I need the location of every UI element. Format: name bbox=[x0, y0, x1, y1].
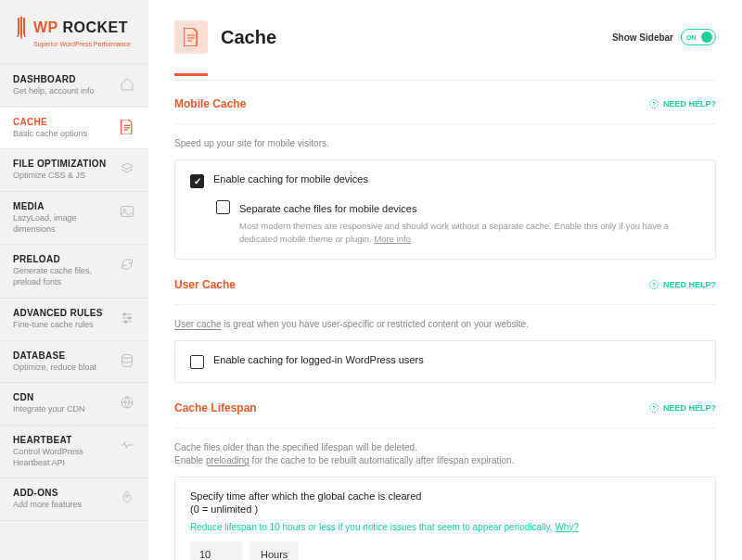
why-link[interactable]: Why? bbox=[555, 522, 579, 532]
nav-sub: Get help, account info bbox=[13, 86, 115, 97]
nav-sub: Add more features bbox=[13, 500, 115, 511]
user-cache-link[interactable]: User cache bbox=[174, 319, 222, 329]
page-icon bbox=[174, 20, 208, 54]
globe-icon bbox=[119, 394, 135, 411]
brand-rocket: ROCKET bbox=[62, 19, 128, 35]
more-info-link[interactable]: More info bbox=[374, 234, 411, 244]
nav-item-database[interactable]: DATABASEOptimize, reduce bloat bbox=[0, 341, 148, 384]
need-help-label: NEED HELP? bbox=[663, 280, 716, 289]
nav-item-cdn[interactable]: CDNIntegrate your CDN bbox=[0, 383, 148, 426]
help-icon: ? bbox=[648, 279, 659, 290]
sliders-icon bbox=[119, 310, 135, 326]
database-icon bbox=[119, 352, 135, 369]
nav-title: HEARTBEAT bbox=[13, 435, 115, 445]
user-cache-card: Enable caching for logged-in WordPress u… bbox=[174, 340, 716, 383]
show-sidebar-toggle[interactable]: ON bbox=[681, 29, 716, 45]
need-help-link[interactable]: ? NEED HELP? bbox=[648, 98, 716, 109]
nav-item-add-ons[interactable]: ADD-ONSAdd more features bbox=[0, 478, 148, 521]
nav-item-preload[interactable]: PRELOADGenerate cache files, preload fon… bbox=[0, 245, 148, 298]
nav-sub: Optimize, reduce bloat bbox=[13, 363, 115, 374]
svg-text:?: ? bbox=[652, 282, 656, 287]
sidebar: WP ROCKET Superior WordPress Performance… bbox=[0, 0, 148, 560]
nav-sub: Generate cache files, preload fonts bbox=[13, 266, 115, 287]
enable-mobile-cache-checkbox[interactable] bbox=[190, 174, 204, 188]
nav-title: MEDIA bbox=[13, 201, 115, 211]
heartbeat-icon bbox=[119, 437, 135, 453]
user-cache-title: User Cache bbox=[174, 278, 648, 291]
lifespan-desc: Cache files older than the specified lif… bbox=[174, 441, 716, 467]
section-user-cache: User Cache ? NEED HELP? User cache is gr… bbox=[174, 278, 716, 383]
image-icon bbox=[119, 203, 135, 220]
brand-logo: WP ROCKET Superior WordPress Performance bbox=[0, 0, 148, 55]
mobile-cache-title: Mobile Cache bbox=[174, 97, 648, 110]
toggle-knob bbox=[701, 32, 712, 43]
nav-title: ADD-ONS bbox=[13, 488, 115, 498]
svg-rect-0 bbox=[121, 207, 133, 217]
file-icon bbox=[119, 119, 135, 135]
nav-sub: Integrate your CDN bbox=[13, 404, 115, 415]
lifespan-value-input[interactable] bbox=[190, 541, 242, 560]
nav-item-media[interactable]: MEDIALazyLoad, image dimensions bbox=[0, 192, 148, 245]
mobile-cache-card: Enable caching for mobile devices Separa… bbox=[174, 159, 716, 260]
svg-point-2 bbox=[123, 312, 126, 315]
rocket-icon bbox=[13, 17, 30, 39]
svg-point-4 bbox=[124, 320, 127, 323]
active-tab-indicator bbox=[174, 73, 208, 76]
nav-title: PRELOAD bbox=[13, 254, 115, 264]
cache-lifespan-title: Cache Lifespan bbox=[174, 401, 648, 414]
lifespan-card-title: Specify time after which the global cach… bbox=[190, 490, 700, 502]
file-icon bbox=[184, 28, 198, 46]
nav-item-cache[interactable]: CACHEBasic cache options bbox=[0, 108, 148, 150]
need-help-link[interactable]: ? NEED HELP? bbox=[648, 402, 716, 414]
enable-user-cache-label: Enable caching for logged-in WordPress u… bbox=[213, 354, 424, 365]
svg-point-5 bbox=[122, 354, 133, 358]
home-icon bbox=[119, 76, 135, 93]
separate-cache-desc: Most modern themes are responsive and sh… bbox=[239, 220, 700, 246]
lifespan-card: Specify time after which the global cach… bbox=[174, 477, 716, 560]
separate-cache-checkbox[interactable] bbox=[216, 200, 230, 214]
nav-title: CDN bbox=[13, 392, 115, 402]
help-icon: ? bbox=[648, 98, 659, 109]
nav-title: CACHE bbox=[13, 117, 115, 127]
page-title: Cache bbox=[221, 27, 612, 48]
need-help-link[interactable]: ? NEED HELP? bbox=[648, 279, 716, 290]
enable-user-cache-checkbox[interactable] bbox=[190, 355, 204, 369]
nav-item-heartbeat[interactable]: HEARTBEATControl WordPress Heartbeat API bbox=[0, 426, 148, 478]
show-sidebar-label: Show Sidebar bbox=[612, 32, 673, 43]
refresh-icon bbox=[119, 256, 135, 273]
preloading-link[interactable]: preloading bbox=[206, 455, 249, 465]
svg-point-7 bbox=[126, 495, 129, 498]
need-help-label: NEED HELP? bbox=[663, 403, 716, 413]
nav-item-file-optimization[interactable]: FILE OPTIMIZATIONOptimize CSS & JS bbox=[0, 149, 148, 192]
mobile-cache-desc: Speed up your site for mobile visitors. bbox=[174, 137, 716, 150]
toggle-on-label: ON bbox=[684, 34, 701, 41]
lifespan-hint: Reduce lifespan to 10 hours or less if y… bbox=[190, 522, 700, 532]
lifespan-unit-select[interactable]: Hours bbox=[249, 541, 299, 560]
nav-title: FILE OPTIMIZATION bbox=[13, 159, 115, 169]
nav-title: DATABASE bbox=[13, 350, 115, 361]
nav-sub: Optimize CSS & JS bbox=[13, 171, 115, 182]
brand-wp: WP bbox=[33, 19, 58, 35]
layers-icon bbox=[119, 160, 135, 177]
section-mobile-cache: Mobile Cache ? NEED HELP? Speed up your … bbox=[174, 97, 716, 260]
svg-point-3 bbox=[128, 316, 131, 319]
nav-sub: Basic cache options bbox=[13, 129, 115, 140]
lifespan-card-sub: (0 = unlimited ) bbox=[190, 503, 700, 515]
svg-text:?: ? bbox=[652, 405, 656, 411]
brand-tagline: Superior WordPress Performance bbox=[13, 41, 135, 47]
nav-list: DASHBOARDGet help, account infoCACHEBasi… bbox=[0, 64, 148, 560]
enable-mobile-cache-label: Enable caching for mobile devices bbox=[213, 173, 368, 185]
rocket-icon bbox=[119, 490, 135, 506]
user-cache-desc: User cache is great when you have user-s… bbox=[174, 318, 716, 331]
nav-sub: Fine-tune cache rules bbox=[13, 320, 115, 331]
nav-title: DASHBOARD bbox=[13, 74, 115, 84]
svg-text:?: ? bbox=[652, 101, 656, 107]
help-icon: ? bbox=[648, 402, 659, 414]
nav-sub: LazyLoad, image dimensions bbox=[13, 213, 115, 235]
need-help-label: NEED HELP? bbox=[663, 99, 716, 108]
nav-item-advanced-rules[interactable]: ADVANCED RULESFine-tune cache rules bbox=[0, 299, 148, 341]
nav-item-dashboard[interactable]: DASHBOARDGet help, account info bbox=[0, 64, 148, 108]
section-cache-lifespan: Cache Lifespan ? NEED HELP? Cache files … bbox=[174, 401, 716, 560]
nav-sub: Control WordPress Heartbeat API bbox=[13, 447, 115, 468]
separate-cache-label: Separate cache files for mobile devices bbox=[239, 203, 416, 214]
